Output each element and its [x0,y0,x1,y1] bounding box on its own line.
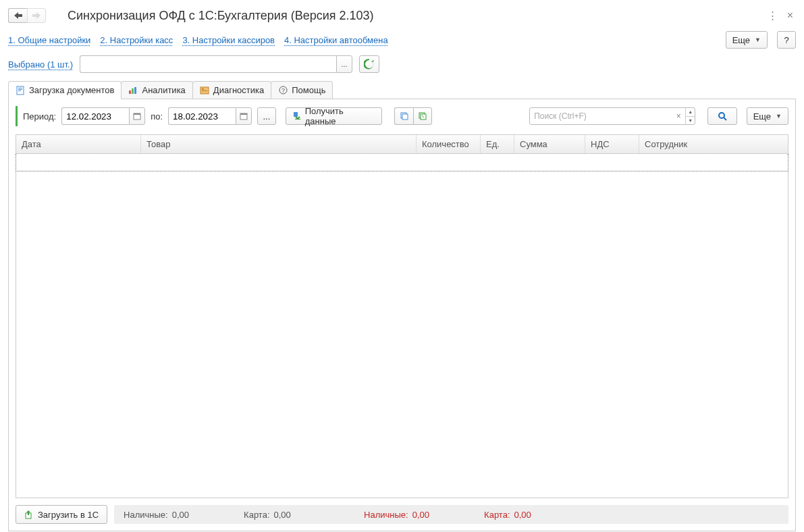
period-to-input[interactable] [168,107,236,125]
period-picker-button[interactable]: ... [257,107,276,125]
caret-down-icon: ▼ [755,36,761,43]
search-clear-button[interactable]: × [672,111,685,121]
close-icon[interactable]: × [784,9,796,22]
tab-help-label: Помощь [292,85,325,95]
col-qty[interactable]: Количество [417,135,481,153]
table-body[interactable] [16,171,788,498]
status-bar: Наличные: 0,00 Карта: 0,00 Наличные: 0,0… [114,505,788,524]
svg-line-23 [724,117,726,120]
back-button[interactable] [8,8,27,23]
link-cash-settings[interactable]: 2. Настройки касс [100,35,173,45]
diagnostics-icon [200,86,209,95]
document-icon [16,86,25,95]
col-date[interactable]: Дата [16,135,141,153]
search-field-wrapper: × ▲ ▼ [529,107,695,125]
tab-diag-label: Диагностика [213,85,264,95]
help-button-label: ? [784,35,788,45]
table-header: Дата Товар Количество Ед. Сумма НДС Сотр… [16,134,788,154]
selection-input[interactable] [80,55,336,73]
forward-button [27,8,46,23]
kebab-menu-icon[interactable]: ⋮ [768,9,778,22]
search-step-up[interactable]: ▲ [686,108,695,117]
status-card-value: 0,00 [274,510,291,520]
selected-count-link[interactable]: Выбрано (1 шт.) [8,59,73,70]
tab-load-label: Загрузка документов [29,85,114,95]
caret-down-icon: ▼ [776,113,782,119]
svg-rect-2 [18,89,22,90]
status-cash2-value: 0,00 [412,510,429,520]
tab-load-documents[interactable]: Загрузка документов [8,81,122,99]
col-emp[interactable]: Сотрудник [639,135,788,153]
period-to-label: по: [151,111,163,122]
more-button-label: Еще [732,35,750,45]
svg-rect-1 [18,88,22,88]
tab-analytics-label: Аналитика [142,85,185,95]
link-general-settings[interactable]: 1. Общие настройки [8,35,90,45]
help-button[interactable]: ? [777,31,796,49]
status-card-label: Карта: [244,510,269,520]
svg-rect-16 [294,112,298,117]
more-button-toolbar[interactable]: Еще ▼ [747,107,788,125]
svg-rect-6 [134,87,136,94]
svg-rect-17 [295,119,300,119]
expand-all-button[interactable] [413,107,432,125]
svg-rect-4 [129,90,131,94]
more-toolbar-label: Еще [753,111,771,122]
search-step-down[interactable]: ▼ [686,117,695,125]
status-cash-value: 0,00 [172,510,189,520]
tab-help[interactable]: ? Помощь [271,81,333,99]
active-row[interactable] [16,154,788,171]
svg-rect-8 [202,88,204,90]
col-product[interactable]: Товар [141,135,417,153]
selection-more-button[interactable]: ... [336,55,352,73]
status-card2-value: 0,00 [514,510,531,520]
download-icon [292,111,302,121]
load-into-1c-label: Загрузить в 1С [38,510,99,520]
calendar-from-button[interactable] [129,107,145,125]
svg-rect-19 [402,114,408,119]
tab-diagnostics[interactable]: Диагностика [192,81,271,99]
svg-rect-3 [18,90,21,91]
link-cashier-settings[interactable]: 3. Настройки кассиров [182,35,275,45]
window-title: Синхронизация ОФД с 1С:Бухгалтерия (Верс… [68,9,762,23]
col-vat[interactable]: НДС [585,135,639,153]
period-label: Период: [23,111,56,122]
get-data-button[interactable]: Получить данные [286,107,383,125]
svg-rect-15 [240,113,247,115]
calendar-to-button[interactable] [236,107,252,125]
col-unit[interactable]: Ед. [481,135,514,153]
period-from-input[interactable] [61,107,129,125]
svg-rect-13 [134,113,140,115]
get-data-label: Получить данные [305,106,376,126]
upload-icon [24,510,34,519]
collapse-all-button[interactable] [394,107,413,125]
search-input[interactable] [530,110,672,122]
search-button[interactable] [707,107,736,125]
status-card2-label: Карта: [484,510,510,520]
chart-icon [128,86,138,95]
status-cash2-label: Наличные: [364,510,408,520]
more-button[interactable]: Еще ▼ [726,31,768,49]
svg-rect-9 [202,90,207,91]
load-into-1c-button[interactable]: Загрузить в 1С [16,505,107,524]
svg-text:?: ? [282,87,285,94]
svg-rect-5 [132,88,134,94]
refresh-button[interactable] [359,55,379,73]
help-icon: ? [278,86,288,95]
tab-analytics[interactable]: Аналитика [121,81,192,99]
col-sum[interactable]: Сумма [514,135,585,153]
status-cash-label: Наличные: [124,510,168,520]
link-autoexchange-settings[interactable]: 4. Настройки автообмена [284,35,388,45]
svg-point-22 [719,113,724,118]
